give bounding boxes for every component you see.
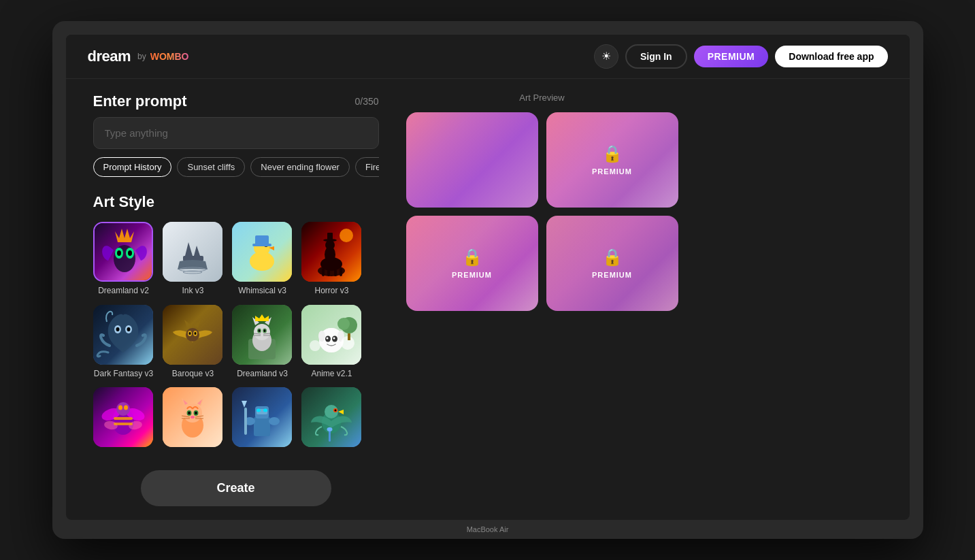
svg-point-42	[254, 324, 270, 340]
sun-icon: ☀	[601, 50, 611, 63]
art-thumb-ink-v3	[163, 222, 222, 282]
svg-point-95	[257, 409, 261, 412]
chip-never-ending-flower[interactable]: Never ending flower	[250, 157, 350, 177]
svg-point-61	[310, 340, 320, 351]
art-label-dreamland-v3: Dreamland v3	[232, 369, 293, 380]
svg-rect-15	[252, 244, 271, 246]
preview-card-3[interactable]: 🔒 PREMIUM	[406, 216, 538, 311]
chip-prompt-history[interactable]: Prompt History	[93, 157, 172, 177]
art-label-ink-v3: Ink v3	[163, 286, 224, 297]
logo-area: dream by WOMBO	[88, 48, 189, 65]
premium-text-2: PREMIUM	[592, 167, 632, 176]
art-thumb-style10	[163, 387, 222, 447]
svg-rect-72	[114, 423, 133, 425]
svg-point-93	[269, 417, 280, 425]
art-label-dark-fantasy-v3: Dark Fantasy v3	[93, 369, 154, 380]
art-style-item-11[interactable]	[232, 387, 293, 451]
art-style-item-12[interactable]	[301, 387, 363, 451]
svg-rect-89	[254, 417, 270, 436]
logo-by: by	[137, 52, 146, 61]
logo-dream: dream	[88, 48, 131, 65]
svg-rect-6	[163, 222, 222, 282]
chip-fire-and-w[interactable]: Fire and w	[355, 157, 379, 177]
art-label-anime-v21: Anime v2.1	[301, 369, 363, 380]
art-thumb-whimsical-v3	[232, 222, 292, 282]
svg-point-82	[195, 412, 197, 414]
svg-rect-64	[348, 333, 350, 340]
svg-point-75	[124, 406, 128, 410]
lock-icon-3: 🔒	[462, 248, 482, 267]
svg-rect-71	[114, 417, 133, 420]
art-thumb-baroque-v3	[163, 305, 222, 365]
header-right: ☀ Sign In PREMIUM Download free app	[594, 44, 888, 69]
art-label-baroque-v3: Baroque v3	[163, 369, 224, 380]
svg-rect-21	[334, 269, 337, 276]
art-style-title: Art Style	[93, 193, 379, 211]
art-style-item-dreamland-v2[interactable]: Dreamland v2	[93, 222, 154, 297]
lock-icon-4: 🔒	[602, 248, 623, 267]
art-style-item-ink-v3[interactable]: Ink v3	[163, 222, 224, 297]
lock-icon-2: 🔒	[602, 144, 623, 163]
svg-point-73	[116, 402, 130, 416]
create-btn-wrap: Create	[93, 470, 379, 506]
premium-overlay-2: 🔒 PREMIUM	[546, 112, 678, 208]
svg-point-74	[118, 406, 122, 410]
svg-point-24	[325, 240, 335, 250]
art-thumb-dreamland-v3	[232, 305, 292, 365]
art-style-item-horror-v3[interactable]: Horror v3	[301, 222, 363, 297]
art-thumb-horror-v3	[301, 222, 361, 282]
svg-point-37	[188, 332, 191, 335]
svg-point-83	[191, 416, 195, 418]
prompt-char-count: 0/350	[354, 96, 378, 107]
svg-point-58	[318, 331, 325, 342]
laptop-screen: dream by WOMBO ☀ Sign In PREMIUM Downloa…	[66, 35, 910, 520]
prompt-title: Enter prompt	[93, 93, 187, 110]
right-panel: Art Preview 🔒 PREMIUM 🔒	[406, 93, 678, 506]
svg-point-38	[194, 332, 196, 335]
preview-card-2[interactable]: 🔒 PREMIUM	[546, 112, 678, 208]
svg-rect-26	[327, 233, 333, 241]
laptop-model-label: MacBook Air	[467, 525, 509, 533]
art-thumb-dark-fantasy	[93, 305, 153, 365]
premium-overlay-3: 🔒 PREMIUM	[406, 216, 538, 311]
svg-point-103	[327, 427, 332, 431]
art-style-item-9[interactable]	[93, 387, 154, 451]
art-style-item-anime-v21[interactable]: Anime v2.1	[301, 305, 363, 380]
svg-point-4	[117, 250, 121, 256]
art-style-item-baroque-v3[interactable]: Baroque v3	[163, 305, 224, 380]
svg-point-56	[326, 337, 328, 339]
art-thumb-style11	[232, 387, 292, 447]
svg-rect-14	[255, 235, 269, 245]
main-content: Enter prompt 0/350 Prompt History Sunset…	[66, 79, 910, 520]
preview-grid: 🔒 PREMIUM 🔒 PREMIUM	[406, 112, 678, 311]
theme-toggle-button[interactable]: ☀	[594, 44, 618, 69]
preview-card-4[interactable]: 🔒 PREMIUM	[546, 216, 678, 311]
preview-card-1	[406, 112, 538, 208]
svg-rect-19	[322, 268, 325, 276]
svg-point-45	[258, 329, 260, 332]
premium-text-3: PREMIUM	[452, 271, 492, 279]
art-thumb-style9	[93, 387, 153, 447]
svg-point-32	[127, 327, 130, 331]
art-label-whimsical-v3: Whimsical v3	[232, 286, 293, 297]
sign-in-button[interactable]: Sign In	[625, 44, 687, 69]
premium-text-4: PREMIUM	[592, 271, 632, 279]
svg-point-27	[340, 229, 353, 242]
svg-rect-22	[340, 268, 342, 276]
art-style-item-whimsical-v3[interactable]: Whimsical v3	[232, 222, 293, 297]
art-style-item-dreamland-v3[interactable]: Dreamland v3	[232, 305, 293, 380]
laptop-shell: dream by WOMBO ☀ Sign In PREMIUM Downloa…	[52, 21, 923, 539]
prompt-header: Enter prompt 0/350	[93, 93, 379, 110]
svg-rect-94	[244, 408, 247, 435]
create-button[interactable]: Create	[141, 470, 331, 506]
premium-button[interactable]: PREMIUM	[694, 46, 769, 67]
art-style-item-10[interactable]	[163, 387, 224, 451]
art-style-item-dark-fantasy-v3[interactable]: Dark Fantasy v3	[93, 305, 154, 380]
art-thumb-style12	[301, 387, 361, 447]
prompt-input[interactable]	[93, 117, 379, 149]
art-label-dreamland-v2: Dreamland v2	[93, 286, 154, 297]
download-app-button[interactable]: Download free app	[775, 46, 887, 67]
art-thumb-dreamland-v2	[93, 222, 153, 282]
chip-sunset-cliffs[interactable]: Sunset cliffs	[177, 157, 245, 177]
left-panel: Enter prompt 0/350 Prompt History Sunset…	[93, 93, 406, 506]
